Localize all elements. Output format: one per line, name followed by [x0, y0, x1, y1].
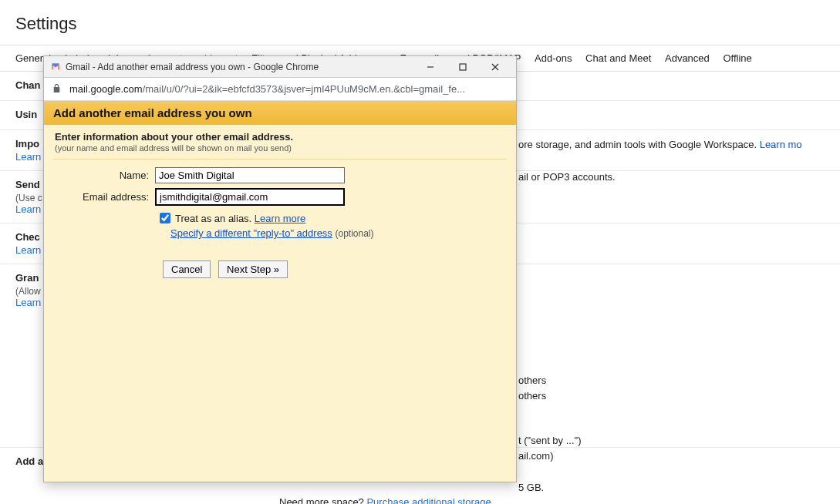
- popup-header: Add another email address you own: [44, 101, 516, 125]
- others-frag-1: others: [518, 375, 546, 386]
- tab-addons[interactable]: Add-ons: [535, 52, 572, 64]
- popup-body: Add another email address you own Enter …: [44, 101, 516, 482]
- tab-chat-meet[interactable]: Chat and Meet: [585, 52, 651, 64]
- instr-sub: (your name and email address will be sho…: [55, 143, 505, 153]
- learn-link-3[interactable]: Learn: [15, 244, 41, 256]
- tab-advanced[interactable]: Advanced: [665, 52, 710, 64]
- lock-icon: [52, 83, 69, 96]
- label-name: Name:: [55, 170, 155, 181]
- gmail-icon: [50, 62, 61, 72]
- alias-learn-more[interactable]: Learn more: [255, 213, 305, 224]
- optional-label: (optional): [336, 228, 374, 239]
- alias-label: Treat as an alias.: [175, 213, 251, 224]
- learn-more-workspace[interactable]: Learn mo: [760, 139, 802, 150]
- workspace-frag: ore storage, and admin tools with Google…: [518, 139, 760, 150]
- address-bar[interactable]: mail.google.com/mail/u/0/?ui=2&ik=ebfcfd…: [44, 78, 516, 101]
- section-grant-sub: (Allow: [15, 286, 41, 297]
- pop3-frag: ail or POP3 accounts.: [518, 171, 616, 183]
- popup-window: Gmail - Add another email address you ow…: [43, 55, 517, 482]
- others-frag-2: others: [518, 390, 546, 402]
- fifteen-frag: 5 GB.: [518, 482, 544, 493]
- page-title: Settings: [0, 0, 840, 45]
- learn-link-4[interactable]: Learn: [15, 297, 41, 308]
- input-email[interactable]: [155, 188, 345, 206]
- cancel-button[interactable]: Cancel: [163, 260, 211, 278]
- popup-form: Name: Email address: Treat as an alias. …: [44, 167, 516, 278]
- url-host: mail.google.com: [69, 83, 143, 95]
- input-name[interactable]: [155, 167, 345, 183]
- window-maximize[interactable]: [447, 56, 479, 78]
- reply-to-link[interactable]: Specify a different "reply-to" address: [170, 227, 332, 239]
- need-space: Need more space?: [279, 496, 366, 504]
- popup-instructions: Enter information about your other email…: [44, 125, 516, 156]
- window-close[interactable]: [479, 56, 511, 78]
- window-minimize[interactable]: [414, 56, 447, 78]
- ailcom-frag: ail.com): [518, 450, 554, 462]
- sentby-frag: t ("sent by ..."): [518, 435, 581, 446]
- url-path: /mail/u/0/?ui=2&ik=ebfcfd3573&jsver=jmI4…: [143, 83, 465, 95]
- learn-link-2[interactable]: Learn: [15, 203, 41, 215]
- label-email: Email address:: [55, 191, 155, 203]
- next-step-button[interactable]: Next Step »: [218, 260, 288, 278]
- section-send-sub: (Use c: [15, 193, 42, 203]
- window-titlebar: Gmail - Add another email address you ow…: [44, 56, 516, 78]
- svg-rect-1: [460, 64, 466, 70]
- window-title: Gmail - Add another email address you ow…: [66, 62, 319, 72]
- tab-offline[interactable]: Offline: [723, 52, 751, 64]
- learn-link-1[interactable]: Learn: [15, 151, 41, 163]
- purchase-storage-link[interactable]: Purchase additional storage: [366, 496, 491, 504]
- instr-main: Enter information about your other email…: [55, 131, 293, 143]
- checkbox-alias[interactable]: [160, 213, 170, 223]
